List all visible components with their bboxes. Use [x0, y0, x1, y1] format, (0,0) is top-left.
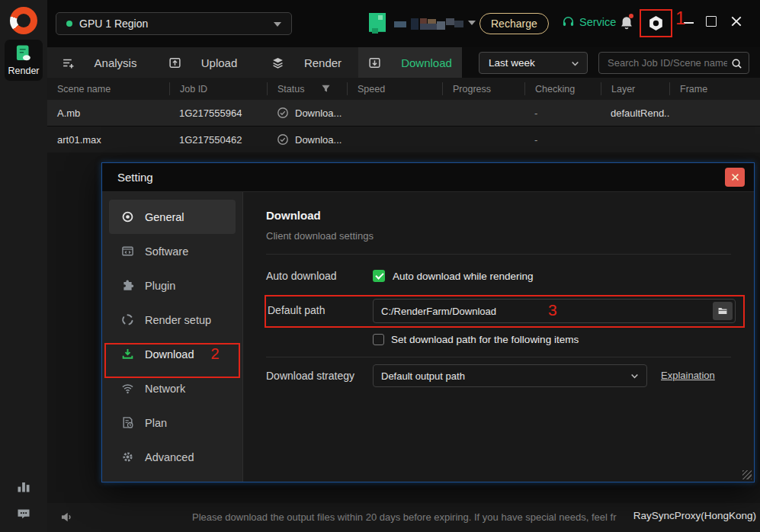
tab-label: Analysis	[95, 56, 137, 69]
set-download-path-checkbox[interactable]	[373, 334, 384, 345]
avatar	[369, 13, 386, 34]
status-text: Downloa...	[295, 107, 342, 119]
recharge-label: Recharge	[491, 18, 537, 30]
close-icon	[731, 173, 739, 181]
download-tray-icon	[121, 348, 134, 361]
cell-scene-name: art01.max	[47, 134, 169, 146]
column-speed: Speed	[347, 82, 442, 95]
annotation-3: 3	[548, 301, 557, 319]
close-icon[interactable]	[730, 15, 742, 27]
settings-gear-icon[interactable]	[647, 14, 665, 32]
feedback-chat-icon[interactable]	[16, 506, 31, 521]
settings-menu-network[interactable]: Network	[109, 371, 236, 405]
divider	[266, 254, 731, 255]
general-icon	[121, 210, 134, 223]
section-heading: Download	[266, 209, 321, 222]
search-icon[interactable]	[731, 58, 742, 69]
resize-grip[interactable]	[742, 470, 752, 479]
cell-checking: -	[524, 134, 601, 146]
chevron-down-icon	[570, 59, 580, 69]
announcement-speaker-icon[interactable]	[59, 510, 74, 524]
statistics-bars-icon[interactable]	[16, 479, 31, 494]
column-status: Status	[267, 82, 347, 95]
tab-label: Upload	[201, 56, 238, 69]
tab-label: Render	[304, 56, 342, 69]
chevron-down-icon	[630, 371, 640, 381]
search-box	[598, 52, 749, 74]
upload-box-icon	[168, 56, 181, 69]
tab-analysis[interactable]: Analysis	[47, 47, 151, 78]
column-checking: Checking	[524, 82, 601, 95]
settings-menu-plan[interactable]: Plan	[109, 405, 236, 440]
titlebar: GPU 1 Region Recharge Service 1	[0, 0, 760, 47]
settings-menu-advanced[interactable]: Advanced	[109, 440, 236, 474]
footer-bar: Please download the output files within …	[47, 503, 760, 532]
dialog-close-button[interactable]	[725, 168, 745, 187]
column-layer: Layer	[601, 82, 669, 95]
analysis-list-icon	[62, 56, 75, 69]
explanation-link[interactable]: Explaination	[661, 370, 715, 381]
notification-dot	[629, 14, 633, 18]
cell-job-id: 1G217550462	[169, 134, 267, 146]
cell-status: Downloa...	[267, 133, 347, 146]
main-tabbar: Analysis Upload Render Download Last wee…	[47, 47, 760, 78]
settings-dialog: Setting General Software Plugin	[101, 162, 755, 482]
dialog-body: General Software Plugin Render setup Dow…	[102, 192, 754, 482]
notification-bell-icon[interactable]	[619, 14, 634, 32]
tab-download[interactable]: Download	[358, 47, 462, 78]
recharge-button[interactable]: Recharge	[479, 13, 549, 34]
app-window: GPU 1 Region Recharge Service 1	[0, 0, 760, 532]
annotation-2: 2	[211, 345, 220, 363]
filter-funnel-icon[interactable]	[321, 84, 331, 94]
download-strategy-select[interactable]: Default output path	[373, 364, 647, 387]
app-sidebar: Render	[0, 0, 47, 532]
user-account[interactable]	[369, 12, 477, 35]
service-button[interactable]: Service	[562, 15, 616, 28]
default-path-label: Default path	[268, 304, 325, 316]
region-selector[interactable]: GPU 1 Region	[56, 12, 292, 35]
section-subtitle: Client download settings	[266, 230, 374, 242]
software-window-icon	[121, 245, 134, 258]
settings-menu-download[interactable]: Download 2	[109, 337, 236, 371]
dialog-title: Setting	[117, 171, 153, 184]
settings-menu-general[interactable]: General	[109, 200, 236, 234]
tab-render[interactable]: Render	[255, 47, 358, 78]
sidebar-item-render[interactable]: Render	[5, 40, 43, 81]
set-download-path-checkbox-label: Set download path for the following item…	[391, 334, 579, 345]
headphone-icon	[562, 15, 575, 28]
column-job-id: Job ID	[169, 82, 267, 95]
settings-menu-software[interactable]: Software	[109, 234, 236, 268]
cell-scene-name: A.mb	[47, 107, 169, 119]
tab-upload[interactable]: Upload	[151, 47, 255, 78]
cell-layer: defaultRend...	[601, 107, 669, 119]
region-selector-value: GPU 1 Region	[79, 18, 148, 30]
settings-menu: General Software Plugin Render setup Dow…	[102, 192, 243, 482]
app-logo-icon	[10, 7, 37, 34]
tab-label: Download	[401, 56, 452, 69]
render-document-icon	[14, 43, 34, 63]
auto-download-checkbox[interactable]	[373, 270, 385, 282]
sidebar-item-label: Render	[8, 66, 40, 76]
time-range-select[interactable]: Last week	[479, 52, 588, 74]
column-scene-name: Scene name	[47, 82, 169, 95]
default-path-field: 3	[373, 299, 736, 323]
table-row[interactable]: art01.max 1G217550462 Downloa... -	[47, 127, 760, 152]
caret-down-icon	[468, 21, 476, 25]
download-strategy-label: Download strategy	[266, 370, 354, 382]
layers-icon	[271, 56, 284, 69]
cell-job-id: 1G217555964	[169, 107, 267, 119]
download-box-icon	[368, 56, 381, 69]
time-range-value: Last week	[489, 57, 535, 69]
column-progress: Progress	[442, 82, 524, 95]
table-row[interactable]: A.mb 1G217555964 Downloa... - defaultRen…	[47, 100, 760, 126]
settings-menu-plugin[interactable]: Plugin	[109, 268, 236, 303]
tab-strip: Analysis Upload Render Download	[47, 47, 462, 78]
divider	[266, 357, 731, 357]
auto-download-checkbox-label: Auto download while rendering	[393, 271, 534, 282]
maximize-button[interactable]	[706, 16, 717, 27]
settings-menu-render-setup[interactable]: Render setup	[109, 303, 236, 337]
browse-folder-button[interactable]	[713, 302, 733, 320]
cell-status: Downloa...	[267, 107, 347, 119]
settings-download-panel: Download Client download settings Auto d…	[243, 192, 754, 482]
search-input[interactable]	[599, 53, 727, 73]
